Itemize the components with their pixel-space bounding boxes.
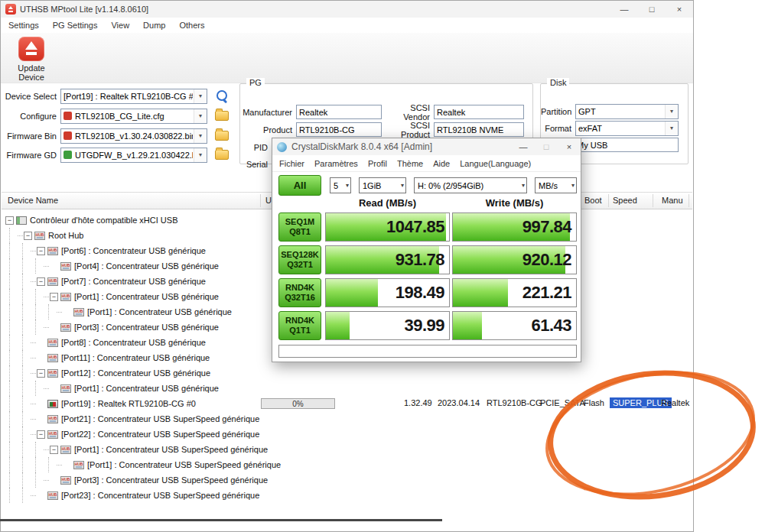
cdm-read-cell: 39.99	[325, 311, 450, 340]
cdm-menu-item[interactable]: Paramètres	[314, 159, 358, 168]
partition-combo[interactable]: GPT ▾	[575, 104, 679, 119]
tree-item[interactable]: [Port23] : Concentrateur USB SuperSpeed …	[5, 488, 692, 503]
tree-expand-toggle[interactable]: −	[24, 232, 32, 240]
tree-item[interactable]: −[Port1] : Concentrateur USB SuperSpeed …	[5, 442, 692, 457]
tree-guide-line	[18, 335, 31, 350]
tree-guide-line	[18, 258, 31, 274]
tree-guide-line	[5, 365, 18, 381]
column-separator[interactable]	[688, 194, 689, 207]
tree-expand-toggle[interactable]: −	[50, 446, 58, 454]
cdm-test-count-select[interactable]: 5 ▾	[330, 177, 351, 193]
update-device-button[interactable]: Update Device	[7, 35, 56, 82]
column-header-boot[interactable]: Boot	[584, 196, 602, 205]
column-separator[interactable]	[608, 194, 609, 207]
tree-item[interactable]: [Port1] : Concentrateur USB SuperSpeed g…	[5, 457, 692, 472]
device-select-combo[interactable]: [Port19] : Realtek RTL9210B-CG #0 ▾	[60, 89, 207, 104]
firmware-gd-combo[interactable]: UTGDFW_B_v1.29.21.030422.bin ▾	[60, 148, 207, 163]
volume-name-field[interactable]: My USB	[574, 138, 679, 152]
column-separator[interactable]	[260, 194, 261, 207]
tree-item-label: [Port12] : Concentrateur USB générique	[61, 368, 210, 378]
configure-browse-button[interactable]	[212, 108, 232, 125]
scsi-product-field[interactable]: RTL9210B NVME	[434, 122, 524, 137]
cdm-comment-field[interactable]	[278, 345, 577, 358]
tree-item[interactable]: [Port3] : Concentrateur USB SuperSpeed g…	[5, 472, 692, 488]
format-combo[interactable]: exFAT ▾	[575, 121, 679, 136]
column-header-device-name[interactable]: Device Name	[8, 196, 58, 205]
firmware-bin-combo[interactable]: RTL9210B_v1.30.24.030822.bin ▾	[60, 128, 207, 144]
cdm-test-button[interactable]: RND4KQ1T1	[278, 311, 321, 340]
usb-hub-icon	[60, 323, 71, 332]
tree-expand-toggle[interactable]: −	[50, 293, 58, 301]
manufacturer-field[interactable]: Realtek	[296, 105, 382, 119]
cdm-unit-select[interactable]: MB/s ▾	[535, 177, 577, 193]
cdm-maximize-button[interactable]: □	[535, 138, 558, 155]
pg-groupbox-title: PG	[246, 78, 265, 87]
mptool-app-icon	[5, 4, 16, 15]
cdm-menu-item[interactable]: Aide	[433, 159, 450, 168]
menu-item[interactable]: Others	[179, 21, 204, 30]
cdm-test-button[interactable]: SEQ1MQ8T1	[278, 212, 321, 242]
toolbar: Update Device	[1, 33, 693, 83]
product-field[interactable]: RTL9210B-CG	[296, 122, 382, 137]
cdm-target-drive-select[interactable]: H: 0% (2/954GiB) ▾	[414, 177, 527, 193]
cdm-menu-item[interactable]: Langue(Language)	[460, 159, 531, 168]
cdm-close-button[interactable]: ×	[558, 138, 581, 155]
menu-item[interactable]: PG Settings	[53, 21, 98, 30]
tree-connector	[31, 350, 37, 365]
tree-guide-line	[5, 274, 18, 289]
cdm-all-button[interactable]: All	[278, 175, 321, 196]
tree-expand-toggle[interactable]: −	[37, 430, 45, 439]
close-button[interactable]: ×	[666, 1, 693, 18]
tree-guide-line	[5, 381, 18, 396]
tree-item[interactable]: −[Port12] : Concentrateur USB générique	[5, 365, 692, 381]
tree-guide-line	[18, 304, 31, 320]
cdm-test-button[interactable]: SEQ128KQ32T1	[278, 245, 321, 274]
tree-guide-line	[5, 304, 18, 320]
scsi-vendor-field[interactable]: Realtek	[434, 105, 524, 119]
tree-expand-toggle[interactable]: −	[37, 369, 45, 378]
cdm-write-value: 61.43	[531, 312, 571, 339]
menu-item[interactable]: Dump	[143, 21, 165, 30]
tree-item[interactable]: −[Port22] : Concentrateur USB SuperSpeed…	[5, 427, 692, 442]
tree-connector	[57, 457, 63, 472]
cdm-read-value: 931.78	[396, 246, 444, 274]
tree-guide-line	[31, 442, 44, 457]
tree-item[interactable]: [Port21] : Concentrateur USB SuperSpeed …	[5, 411, 692, 427]
cdm-minimize-button[interactable]: —	[512, 138, 535, 155]
column-header-speed[interactable]: Speed	[613, 196, 637, 205]
minimize-button[interactable]: —	[610, 1, 638, 18]
cdm-read-header: Read (MB/s)	[325, 197, 450, 209]
cdm-menu-item[interactable]: Fichier	[279, 159, 304, 168]
cdm-test-size-select[interactable]: 1GiB ▾	[359, 177, 406, 193]
tree-expand-toggle[interactable]: −	[37, 247, 45, 255]
device-select-row: Device Select [Port19] : Realtek RTL9210…	[1, 88, 232, 104]
partition-label: Partition	[541, 107, 575, 116]
menu-item[interactable]: Settings	[8, 21, 39, 30]
window-title: UTHSB MPtool Lite [v1.14.8.0610]	[20, 5, 148, 14]
firmware-gd-browse-button[interactable]	[212, 147, 232, 164]
tree-expand-toggle[interactable]: −	[37, 277, 45, 286]
cdm-test-button[interactable]: RND4KQ32T16	[278, 278, 321, 307]
usb-hub-icon	[47, 339, 58, 347]
cdm-test-count-value: 5	[334, 181, 338, 190]
firmware-gd-file-icon	[63, 151, 72, 159]
cdm-menu-item[interactable]: Thème	[397, 159, 423, 168]
cdm-menu-item[interactable]: Profil	[368, 159, 387, 168]
firmware-bin-browse-button[interactable]	[212, 128, 232, 144]
maximize-button[interactable]: □	[638, 1, 666, 18]
progress-bar: 0%	[261, 398, 335, 409]
tree-expand-toggle[interactable]: −	[5, 216, 14, 225]
column-header-manu[interactable]: Manu	[662, 196, 683, 205]
tree-guide-line	[5, 472, 18, 488]
mptool-titlebar[interactable]: UTHSB MPtool Lite [v1.14.8.0610] — □ ×	[1, 1, 693, 18]
tree-guide-line	[5, 488, 18, 503]
usb-hub-icon	[73, 308, 84, 316]
column-separator[interactable]	[653, 194, 653, 207]
device-search-button[interactable]	[212, 88, 232, 105]
cdm-write-cell: 920.12	[452, 245, 577, 274]
menu-item[interactable]: View	[111, 21, 129, 30]
tree-item[interactable]: [Port1] : Concentrateur USB générique	[5, 381, 692, 396]
configure-combo[interactable]: RTL9210B_CG_Lite.cfg ▾	[60, 109, 207, 124]
cdm-titlebar[interactable]: CrystalDiskMark 8.0.4 x64 [Admin] — □ ×	[272, 138, 581, 155]
tree-item-port19[interactable]: [Port19] : Realtek RTL9210B-CG #00%1.32.…	[5, 396, 692, 411]
